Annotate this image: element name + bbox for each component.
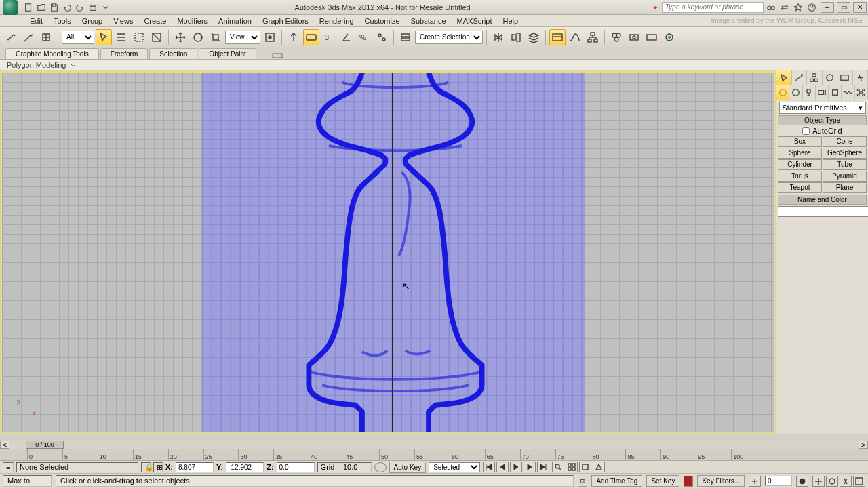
prim-tube[interactable]: Tube <box>823 159 867 170</box>
time-tick[interactable]: 0 <box>27 449 62 460</box>
binoculars-icon[interactable] <box>765 1 777 14</box>
display-tab-icon[interactable] <box>837 70 853 85</box>
utilities-tab-icon[interactable] <box>853 70 869 85</box>
create-tab-icon[interactable] <box>776 70 792 85</box>
link-icon[interactable] <box>3 29 19 45</box>
menu-maxscript[interactable]: MAXScript <box>452 17 498 25</box>
help-icon[interactable] <box>806 1 818 14</box>
prim-teapot[interactable]: Teapot <box>778 182 822 193</box>
ribbon-toggle-icon[interactable] <box>549 29 566 45</box>
manipulate-icon[interactable] <box>285 29 302 45</box>
time-tick[interactable]: 55 <box>414 449 450 460</box>
render-icon[interactable] <box>661 29 677 45</box>
menu-substance[interactable]: Substance <box>406 17 452 25</box>
layers-icon[interactable] <box>526 29 542 45</box>
keymode-toggle-icon[interactable] <box>749 476 761 487</box>
exchange-icon[interactable] <box>778 1 791 14</box>
next-frame-icon[interactable] <box>524 462 536 472</box>
ribbon-tab-selection[interactable]: Selection <box>149 48 197 59</box>
star-icon[interactable] <box>792 1 804 14</box>
setkey-button[interactable]: Set Key <box>646 475 679 487</box>
viewport[interactable]: yx ↖ <box>1 71 775 433</box>
time-tick[interactable]: 40 <box>309 449 344 460</box>
time-tick[interactable]: 45 <box>344 449 379 460</box>
goto-end-icon[interactable] <box>537 462 549 472</box>
align-icon[interactable] <box>508 29 524 45</box>
angle-snap-icon[interactable] <box>338 29 355 45</box>
selection-filter[interactable]: All <box>62 30 94 44</box>
named-selection-set[interactable]: Create Selection Se <box>415 30 483 44</box>
rollout-name-color[interactable]: Name and Color <box>778 195 867 205</box>
menu-customize[interactable]: Customize <box>359 17 406 25</box>
time-tick[interactable]: 90 <box>660 449 696 460</box>
ribbon-tab-graphite[interactable]: Graphite Modeling Tools <box>5 48 99 59</box>
material-editor-icon[interactable] <box>608 29 625 45</box>
autogrid-checkbox[interactable] <box>802 127 810 135</box>
bind-icon[interactable] <box>38 29 54 45</box>
menu-edit[interactable]: Edit <box>24 17 48 25</box>
keyboard-shortcut-icon[interactable] <box>303 29 319 45</box>
cameras-cat-icon[interactable] <box>816 85 829 100</box>
prim-box[interactable]: Box <box>778 136 822 147</box>
zoom-all-icon[interactable] <box>566 462 578 472</box>
lock-icon[interactable]: 🔒 <box>141 462 151 472</box>
menu-grapheditors[interactable]: Graph Editors <box>257 17 314 25</box>
named-sel-icon[interactable] <box>397 29 414 45</box>
maximize-button[interactable]: ▭ <box>837 2 850 13</box>
object-name-input[interactable] <box>778 206 868 217</box>
time-tick[interactable]: 25 <box>203 449 239 460</box>
time-next-icon[interactable]: > <box>859 441 868 449</box>
hierarchy-tab-icon[interactable] <box>807 70 823 85</box>
time-tick[interactable]: 65 <box>485 449 520 460</box>
motion-tab-icon[interactable] <box>823 70 838 85</box>
close-button[interactable]: ✕ <box>853 2 867 13</box>
scale-icon[interactable] <box>208 29 224 45</box>
snap-toggle-icon[interactable]: 3 <box>321 29 337 45</box>
walk-icon[interactable] <box>840 476 852 487</box>
ribbon-panel-bar[interactable]: Polygon Modeling <box>0 60 868 70</box>
project-icon[interactable] <box>87 2 98 13</box>
time-tick[interactable]: 10 <box>98 449 133 460</box>
zoom-icon[interactable] <box>552 462 564 472</box>
prev-frame-icon[interactable] <box>496 462 509 472</box>
time-tick[interactable]: 20 <box>168 449 203 460</box>
key-filters-button[interactable]: Key Filters... <box>697 475 745 487</box>
schematic-icon[interactable] <box>585 29 601 45</box>
select-name-icon[interactable] <box>113 29 130 45</box>
undo-icon[interactable] <box>62 2 73 13</box>
menu-animation[interactable]: Animation <box>213 17 257 25</box>
prim-plane[interactable]: Plane <box>823 182 867 193</box>
maxscript-mini-icon[interactable]: ≡ <box>3 462 14 472</box>
time-tick[interactable]: 75 <box>555 449 591 460</box>
ribbon-tab-freeform[interactable]: Freeform <box>100 48 149 59</box>
window-crossing-icon[interactable] <box>149 29 165 45</box>
menu-create[interactable]: Create <box>138 17 172 25</box>
new-icon[interactable] <box>23 2 34 13</box>
time-tick[interactable]: 5 <box>62 449 98 460</box>
x-coord[interactable]: 8.807 <box>176 462 214 472</box>
time-tick[interactable]: 85 <box>625 449 660 460</box>
prim-cylinder[interactable]: Cylinder <box>778 159 822 170</box>
app-icon[interactable] <box>3 0 18 15</box>
shapes-cat-icon[interactable] <box>789 85 802 100</box>
time-tick[interactable]: 95 <box>696 449 731 460</box>
time-tick[interactable]: 80 <box>591 449 626 460</box>
keymode-select[interactable]: Selected <box>429 462 480 472</box>
open-icon[interactable] <box>36 2 47 13</box>
search-input[interactable] <box>662 2 764 13</box>
time-ruler[interactable]: 0510152025303540455055606570758085909510… <box>0 449 868 461</box>
spinner-snap-icon[interactable] <box>374 29 390 45</box>
script-listener[interactable]: Max to Physc: <box>3 475 52 487</box>
lights-cat-icon[interactable] <box>803 85 816 100</box>
time-slider-handle[interactable]: 0 / 100 <box>26 441 64 449</box>
prim-geosphere[interactable]: GeoSphere <box>823 148 867 159</box>
ribbon-tab-objectpaint[interactable]: Object Paint <box>199 48 256 59</box>
percent-snap-icon[interactable]: % <box>356 29 372 45</box>
redo-icon[interactable] <box>75 2 85 13</box>
modify-tab-icon[interactable] <box>792 70 808 85</box>
chevron-down-icon[interactable] <box>68 62 78 68</box>
time-tick[interactable]: 15 <box>133 449 168 460</box>
time-tick[interactable]: 70 <box>520 449 555 460</box>
time-tag-icon[interactable]: ⌑ <box>578 476 587 487</box>
prim-pyramid[interactable]: Pyramid <box>823 171 867 182</box>
